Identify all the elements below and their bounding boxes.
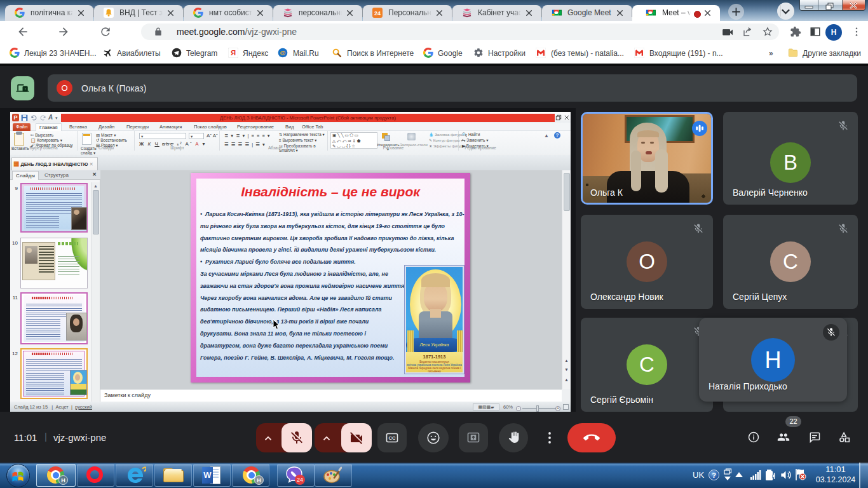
svg-text:24: 24: [374, 10, 381, 17]
svg-text:@: @: [280, 50, 285, 56]
svg-text:Я: Я: [231, 49, 236, 57]
svg-text:CC: CC: [389, 435, 396, 441]
